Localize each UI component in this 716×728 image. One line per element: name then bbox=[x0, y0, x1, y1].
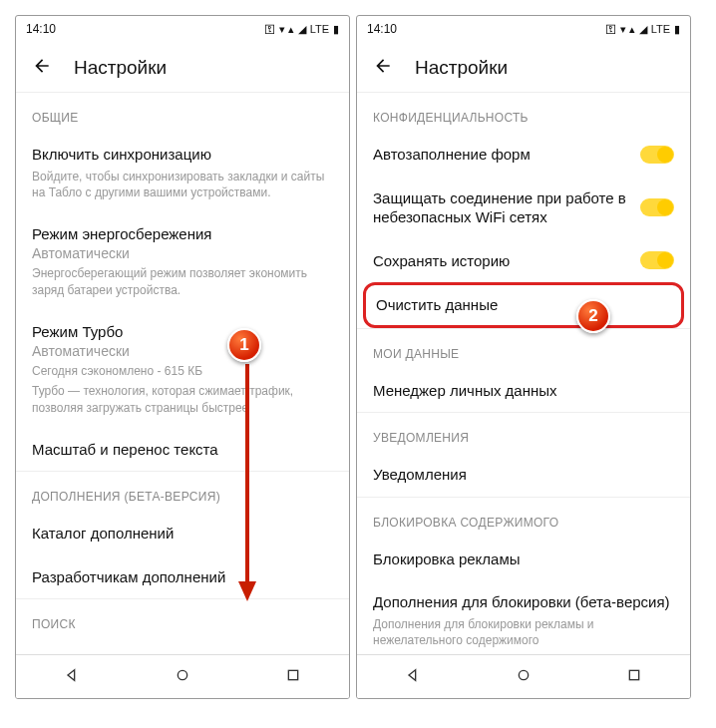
row-turbo[interactable]: Режим Турбо Автоматически Сегодня сэконо… bbox=[16, 310, 349, 428]
android-navbar bbox=[357, 654, 690, 698]
row-power-saving[interactable]: Режим энергосбережения Автоматически Эне… bbox=[16, 212, 349, 310]
row-title: Режим энергосбережения bbox=[32, 224, 333, 244]
svg-point-0 bbox=[178, 670, 186, 679]
row-title: Менеджер личных данных bbox=[373, 381, 674, 401]
row-sub: Войдите, чтобы синхронизировать закладки… bbox=[32, 169, 333, 200]
row-block-addons[interactable]: Дополнения для блокировки (бета-версия) … bbox=[357, 580, 690, 654]
row-value: Автоматически bbox=[32, 245, 333, 261]
row-protect-wifi[interactable]: Защищать соединение при работе в небезоп… bbox=[357, 177, 690, 239]
appbar: Настройки bbox=[357, 42, 690, 93]
network-label: LTE bbox=[651, 23, 670, 35]
annotation-badge-2: 2 bbox=[576, 299, 610, 333]
nav-home-icon[interactable] bbox=[516, 667, 532, 687]
toggle-protect[interactable] bbox=[640, 198, 674, 216]
section-addons: ДОПОЛНЕНИЯ (БЕТА-ВЕРСИЯ) bbox=[16, 471, 349, 512]
row-title: Разработчикам дополнений bbox=[32, 567, 333, 587]
svg-marker-5 bbox=[238, 581, 256, 601]
signal-icon: ◢ bbox=[639, 23, 647, 36]
back-icon[interactable] bbox=[32, 56, 52, 80]
row-autofill[interactable]: Автозаполнение форм bbox=[357, 133, 690, 177]
statusbar: 14:10 ⚿ ▾ ▴ ◢ LTE ▮ bbox=[16, 16, 349, 42]
section-mydata: МОИ ДАННЫЕ bbox=[357, 328, 690, 369]
phone-left: 14:10 ⚿ ▾ ▴ ◢ LTE ▮ Настройки ОБЩИЕ Вклю… bbox=[15, 15, 350, 699]
section-notifications: УВЕДОМЛЕНИЯ bbox=[357, 412, 690, 453]
row-title: Поисковая система bbox=[32, 651, 333, 654]
row-title: Каталог дополнений bbox=[32, 524, 333, 544]
row-sub: Дополнения для блокировки рекламы и неже… bbox=[373, 616, 674, 648]
section-content-blocking: БЛОКИРОВКА СОДЕРЖИМОГО bbox=[357, 497, 690, 538]
row-title: Масштаб и перенос текста bbox=[32, 440, 333, 460]
nav-back-icon[interactable] bbox=[405, 667, 421, 687]
row-clear-data[interactable]: Очистить данные bbox=[363, 282, 684, 328]
row-adblock[interactable]: Блокировка рекламы bbox=[357, 538, 690, 581]
row-sub: Энергосберегающий режим позволяет эконом… bbox=[32, 265, 333, 297]
row-title: Блокировка рекламы bbox=[373, 549, 674, 569]
status-icons: ⚿ ▾ ▴ ◢ LTE ▮ bbox=[605, 23, 680, 36]
appbar: Настройки bbox=[16, 42, 349, 93]
row-sub: Сегодня сэкономлено - 615 КБ bbox=[32, 363, 333, 379]
nav-home-icon[interactable] bbox=[175, 667, 190, 687]
section-general: ОБЩИЕ bbox=[16, 93, 349, 133]
page-title: Настройки bbox=[74, 57, 167, 79]
battery-icon: ▮ bbox=[333, 23, 339, 36]
row-sub: Турбо — технология, которая сжимает траф… bbox=[32, 383, 333, 415]
nav-recent-icon[interactable] bbox=[285, 667, 301, 687]
status-time: 14:10 bbox=[26, 22, 56, 36]
row-title: Защищать соединение при работе в небезоп… bbox=[373, 188, 630, 227]
annotation-arrow-icon bbox=[235, 364, 259, 603]
row-addon-devs[interactable]: Разработчикам дополнений bbox=[16, 555, 349, 599]
row-value: Автоматически bbox=[32, 343, 333, 359]
phone-right: 14:10 ⚿ ▾ ▴ ◢ LTE ▮ Настройки КОНФИДЕНЦИ… bbox=[356, 15, 691, 699]
svg-rect-1 bbox=[289, 670, 298, 679]
svg-rect-3 bbox=[630, 670, 639, 679]
section-privacy: КОНФИДЕНЦИАЛЬНОСТЬ bbox=[357, 93, 690, 133]
back-icon[interactable] bbox=[373, 56, 393, 80]
row-text-scale[interactable]: Масштаб и перенос текста bbox=[16, 428, 349, 472]
settings-list-right[interactable]: КОНФИДЕНЦИАЛЬНОСТЬ Автозаполнение форм З… bbox=[357, 93, 690, 654]
nav-back-icon[interactable] bbox=[64, 667, 80, 687]
row-search-engine[interactable]: Поисковая система Яндекс bbox=[16, 639, 349, 654]
signal-icon: ◢ bbox=[298, 23, 306, 36]
wifi-icon: ▾ ▴ bbox=[620, 23, 635, 36]
row-save-history[interactable]: Сохранять историю bbox=[357, 239, 690, 283]
row-addon-catalog[interactable]: Каталог дополнений bbox=[16, 512, 349, 555]
android-navbar bbox=[16, 654, 349, 698]
row-title: Дополнения для блокировки (бета-версия) bbox=[373, 592, 674, 612]
svg-point-2 bbox=[519, 670, 528, 679]
battery-icon: ▮ bbox=[674, 23, 680, 36]
page-title: Настройки bbox=[415, 57, 508, 79]
key-icon: ⚿ bbox=[264, 23, 275, 35]
row-sync[interactable]: Включить синхронизацию Войдите, чтобы си… bbox=[16, 133, 349, 212]
row-title: Включить синхронизацию bbox=[32, 145, 333, 165]
row-title: Очистить данные bbox=[376, 295, 671, 315]
row-personal-data-manager[interactable]: Менеджер личных данных bbox=[357, 369, 690, 413]
nav-recent-icon[interactable] bbox=[626, 667, 642, 687]
annotation-badge-1: 1 bbox=[227, 328, 261, 362]
row-notifications[interactable]: Уведомления bbox=[357, 453, 690, 497]
wifi-icon: ▾ ▴ bbox=[279, 23, 294, 36]
key-icon: ⚿ bbox=[605, 23, 616, 35]
row-title: Режим Турбо bbox=[32, 322, 333, 342]
row-title: Уведомления bbox=[373, 465, 674, 485]
toggle-autofill[interactable] bbox=[640, 146, 674, 164]
row-title: Автозаполнение форм bbox=[373, 145, 630, 165]
row-title: Сохранять историю bbox=[373, 251, 630, 271]
status-icons: ⚿ ▾ ▴ ◢ LTE ▮ bbox=[264, 23, 339, 36]
section-search: ПОИСК bbox=[16, 598, 349, 639]
toggle-history[interactable] bbox=[640, 251, 674, 269]
network-label: LTE bbox=[310, 23, 329, 35]
settings-list-left[interactable]: ОБЩИЕ Включить синхронизацию Войдите, чт… bbox=[16, 93, 349, 654]
status-time: 14:10 bbox=[367, 22, 397, 36]
statusbar: 14:10 ⚿ ▾ ▴ ◢ LTE ▮ bbox=[357, 16, 690, 42]
